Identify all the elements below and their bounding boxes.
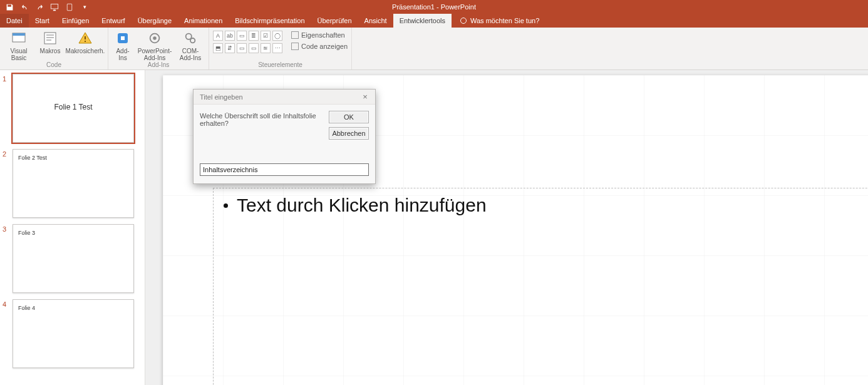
tab-developer[interactable]: Entwicklertools <box>393 14 452 28</box>
view-code-label: Code anzeigen <box>301 43 348 50</box>
addins-icon <box>115 30 131 46</box>
thumb-2-title: Folie 2 Test <box>18 155 47 161</box>
control-row-2: ⬒ ⇵ ▭ ▭ ≋ ⋯ <box>213 43 282 53</box>
quick-access-toolbar: ▾ <box>0 3 89 11</box>
redo-icon[interactable] <box>35 3 44 11</box>
tab-transitions[interactable]: Übergänge <box>132 14 178 28</box>
svg-rect-4 <box>44 33 56 44</box>
thumb-4-num: 4 <box>3 299 9 368</box>
warning-icon <box>77 30 93 46</box>
ctl-more-icon[interactable]: ⋯ <box>272 43 282 53</box>
ribbon-group-addins: Add- Ins PowerPoint- Add-Ins COM- Add-In… <box>108 28 209 69</box>
macro-security-button[interactable]: Makrosicherh. <box>66 29 104 54</box>
thumb-1[interactable]: Folie 1 Test <box>13 74 134 143</box>
tab-design[interactable]: Entwurf <box>95 14 131 28</box>
group-label-controls: Steuerelemente <box>213 61 348 69</box>
save-icon[interactable] <box>5 3 14 11</box>
group-label-addins: Add-Ins <box>112 61 205 69</box>
ctl-list-icon[interactable]: ≣ <box>249 31 259 41</box>
undo-icon[interactable] <box>20 3 29 11</box>
ok-button[interactable]: OK <box>329 111 369 123</box>
bullet-icon <box>224 203 228 208</box>
thumb-3-num: 3 <box>3 224 9 293</box>
svg-rect-5 <box>85 36 86 39</box>
thumb-2[interactable]: Folie 2 Test <box>13 149 134 218</box>
thumb-4[interactable]: Folie 4 <box>13 299 134 368</box>
workspace: 1 Folie 1 Test 2 Folie 2 Test 3 Folie 3 … <box>0 70 868 385</box>
input-dialog: Titel eingeben × Welche Überschrift soll… <box>193 89 376 184</box>
gears-icon <box>182 30 199 46</box>
visual-basic-button[interactable]: Visual Basic <box>4 29 34 61</box>
visual-basic-icon <box>11 30 27 46</box>
thumb-4-wrap[interactable]: 4 Folie 4 <box>3 299 141 368</box>
svg-point-12 <box>190 38 195 43</box>
lightbulb-icon <box>460 18 467 24</box>
gear-icon <box>147 30 163 46</box>
placeholder-bullet: Text durch Klicken hinzufügen <box>224 195 487 216</box>
ctl-combo-icon[interactable]: ▭ <box>237 31 247 41</box>
ctl-option-icon[interactable]: ◯ <box>272 31 282 41</box>
ribbon-group-code: Visual Basic Makros Makrosicherh. Code <box>0 28 108 69</box>
powerpoint-addins-label: PowerPoint- Add-Ins <box>138 48 172 61</box>
svg-rect-3 <box>13 33 25 36</box>
dialog-prompt: Welche Überschrift soll die Inhaltsfolie… <box>200 111 323 127</box>
view-code-button[interactable]: Code anzeigen <box>291 43 348 50</box>
ctl-scroll-icon[interactable]: ≋ <box>261 43 271 53</box>
dialog-input[interactable] <box>200 163 369 176</box>
ctl-check-icon[interactable]: ☑ <box>261 31 271 41</box>
ribbon: Visual Basic Makros Makrosicherh. Code A… <box>0 28 868 70</box>
macros-button[interactable]: Makros <box>38 29 63 54</box>
properties-label: Eigenschaften <box>301 31 345 39</box>
visual-basic-label: Visual Basic <box>10 48 27 61</box>
ctl-label-icon[interactable]: A <box>213 31 223 41</box>
macros-label: Makros <box>40 48 61 54</box>
thumb-1-title: Folie 1 Test <box>13 103 133 111</box>
svg-rect-6 <box>85 41 86 42</box>
slide-panel[interactable]: 1 Folie 1 Test 2 Folie 2 Test 3 Folie 3 … <box>0 70 145 385</box>
touch-mode-icon[interactable] <box>65 3 74 11</box>
dialog-titlebar[interactable]: Titel eingeben × <box>194 90 375 105</box>
qat-more-icon[interactable]: ▾ <box>80 3 89 11</box>
thumb-3[interactable]: Folie 3 <box>13 224 134 293</box>
macros-icon <box>42 30 58 46</box>
thumb-1-num: 1 <box>3 74 9 143</box>
addins-button[interactable]: Add- Ins <box>112 29 133 61</box>
svg-rect-1 <box>67 4 72 11</box>
tell-me[interactable]: Was möchten Sie tun? <box>452 14 539 28</box>
thumb-2-num: 2 <box>3 149 9 218</box>
ctl-toggle-icon[interactable]: ⬒ <box>213 43 223 53</box>
thumb-1-wrap[interactable]: 1 Folie 1 Test <box>3 74 141 143</box>
ribbon-group-controls: A ab ▭ ≣ ☑ ◯ ⬒ ⇵ ▭ ▭ ≋ ⋯ <box>209 28 352 69</box>
tab-slideshow[interactable]: Bildschirmpräsentation <box>229 14 311 28</box>
properties-button[interactable]: Eigenschaften <box>291 31 348 39</box>
powerpoint-addins-button[interactable]: PowerPoint- Add-Ins <box>137 29 172 61</box>
close-icon[interactable]: × <box>359 92 371 101</box>
dialog-title: Titel eingeben <box>200 93 243 101</box>
tab-start[interactable]: Start <box>29 14 56 28</box>
content-placeholder[interactable]: Text durch Klicken hinzufügen <box>213 188 868 385</box>
thumb-3-wrap[interactable]: 3 Folie 3 <box>3 224 141 293</box>
tab-review[interactable]: Überprüfen <box>311 14 358 28</box>
properties-icon <box>291 31 299 39</box>
tab-animations[interactable]: Animationen <box>178 14 229 28</box>
ctl-spin-icon[interactable]: ⇵ <box>225 43 235 53</box>
tab-view[interactable]: Ansicht <box>358 14 393 28</box>
thumb-4-title: Folie 4 <box>18 305 35 311</box>
placeholder-text: Text durch Klicken hinzufügen <box>237 195 487 216</box>
ctl-textbox-icon[interactable]: ab <box>225 31 235 41</box>
start-slideshow-icon[interactable] <box>50 3 59 11</box>
thumb-3-title: Folie 3 <box>18 230 35 236</box>
tab-file[interactable]: Datei <box>0 14 29 28</box>
control-row-1: A ab ▭ ≣ ☑ ◯ <box>213 31 282 41</box>
tab-insert[interactable]: Einfügen <box>56 14 95 28</box>
window-title: Präsentation1 - PowerPoint <box>392 3 476 11</box>
com-addins-button[interactable]: COM- Add-Ins <box>176 29 205 61</box>
ctl-cmd-icon[interactable]: ▭ <box>237 43 247 53</box>
view-code-icon <box>291 43 299 50</box>
title-bar: ▾ Präsentation1 - PowerPoint <box>0 0 868 14</box>
thumb-2-wrap[interactable]: 2 Folie 2 Test <box>3 149 141 218</box>
group-label-code: Code <box>4 61 104 69</box>
tell-me-label: Was möchten Sie tun? <box>470 17 539 24</box>
cancel-button[interactable]: Abbrechen <box>329 127 369 140</box>
ctl-image-icon[interactable]: ▭ <box>249 43 259 53</box>
